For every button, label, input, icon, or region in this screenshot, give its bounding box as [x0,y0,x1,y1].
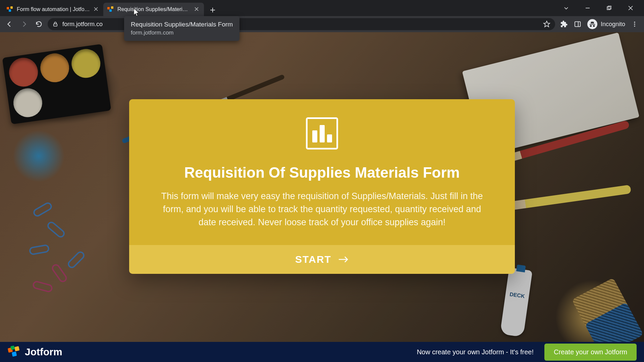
card-body: Requisition Of Supplies Materials Form T… [129,99,515,245]
menu-icon[interactable] [631,21,638,27]
svg-marker-18 [544,21,550,27]
jotform-logo-icon [7,345,21,359]
chevron-down-icon[interactable] [559,3,573,13]
address-bar[interactable]: form.jotform.co [48,18,555,30]
jotform-favicon-icon [7,6,13,13]
start-button[interactable]: START [129,245,515,274]
tooltip-title: Requisition Supplies/Materials Form [131,21,233,28]
svg-rect-28 [10,346,15,350]
tab-strip: Form flow automation | Jotform Requisiti… [3,0,219,16]
tab-title: Form flow automation | Jotform [17,6,90,12]
side-panel-icon[interactable] [574,20,581,28]
arrow-right-icon [338,255,349,263]
minimize-button[interactable] [581,3,594,13]
tab-requisition-form[interactable]: Requisition Supplies/Materials Fo [103,3,204,16]
form-title: Requisition Of Supplies Materials Form [149,164,495,181]
start-label: START [295,254,331,265]
incognito-label: Incognito [601,21,625,28]
forward-button[interactable] [18,18,30,30]
create-jotform-button[interactable]: Create your own Jotform [544,344,637,361]
maximize-button[interactable] [602,3,616,13]
incognito-indicator[interactable]: Incognito [587,19,625,29]
svg-rect-7 [111,6,113,9]
page-content: Requisition Of Supplies Materials Form T… [0,32,644,342]
svg-rect-5 [107,7,110,9]
svg-rect-0 [7,7,9,9]
svg-point-22 [634,23,635,24]
cta-label: Create your own Jotform [554,348,627,356]
svg-rect-6 [109,9,112,12]
jotform-logo[interactable]: Jotform [7,345,62,359]
close-icon[interactable] [93,6,99,12]
bar-chart-icon [306,117,338,149]
tab-title: Requisition Supplies/Materials Fo [117,6,191,12]
close-icon[interactable] [194,6,200,12]
decor-pencil-yellow [511,185,631,210]
svg-rect-1 [9,9,11,12]
browser-titlebar: Form flow automation | Jotform Requisiti… [0,0,644,16]
jotform-favicon-icon [107,6,114,13]
decor-paperclips [26,205,113,306]
footer-message: Now create your own Jotform - It's free! [417,348,534,356]
new-tab-button[interactable] [207,4,219,16]
svg-point-23 [634,25,635,26]
decor-palette [2,44,111,125]
close-button[interactable] [624,3,637,13]
jotform-footer: Jotform Now create your own Jotform - It… [0,342,644,362]
svg-rect-2 [10,6,13,9]
svg-point-21 [634,22,635,23]
back-button[interactable] [3,18,15,30]
lock-icon[interactable] [52,21,58,27]
star-icon[interactable] [543,20,550,28]
incognito-icon [587,19,597,29]
form-welcome-card: Requisition Of Supplies Materials Form T… [129,99,515,274]
svg-rect-17 [54,24,57,26]
decor-paint-tube [500,267,533,337]
svg-rect-27 [14,346,19,351]
reload-button[interactable] [33,18,45,30]
browser-toolbar: form.jotform.co Incognito [0,16,644,32]
extensions-icon[interactable] [560,20,568,28]
svg-rect-19 [575,22,581,27]
tab-tooltip: Requisition Supplies/Materials Form form… [124,16,239,41]
form-description: This form will make very easy the requis… [154,190,490,229]
jotform-brand-text: Jotform [25,346,62,358]
svg-rect-26 [12,352,17,357]
tooltip-url: form.jotform.com [131,29,233,36]
tab-form-flow-automation[interactable]: Form flow automation | Jotform [3,3,103,16]
window-controls [559,3,641,13]
